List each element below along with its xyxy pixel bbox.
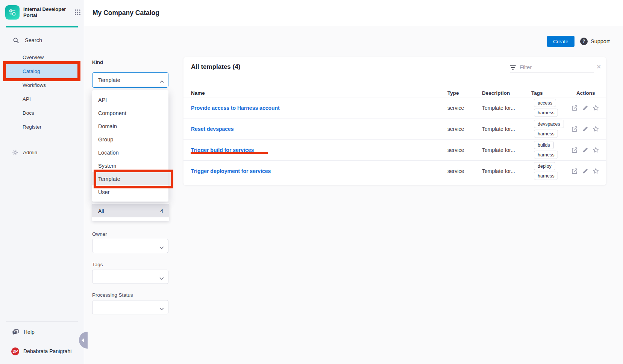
brand-title: Internal Developer Portal: [23, 6, 71, 19]
table-row: Trigger deployment for services service …: [183, 160, 606, 181]
tag-chip: deploy: [534, 162, 555, 170]
kind-option-system[interactable]: System: [92, 159, 168, 172]
brand-underline: [6, 26, 78, 27]
sidebar-search[interactable]: Search: [13, 35, 42, 46]
kind-option-location[interactable]: Location: [92, 146, 168, 159]
create-button[interactable]: Create: [547, 36, 574, 47]
chevron-down-icon: [159, 244, 164, 251]
filter-input[interactable]: [520, 64, 594, 70]
gear-icon: [12, 149, 18, 156]
kind-select-value: Template: [92, 77, 120, 83]
idp-logo-icon: [5, 5, 20, 20]
admin-label: Admin: [23, 150, 37, 155]
sidebar: Internal Developer Portal Search Overvie…: [0, 0, 84, 364]
table-filter: [510, 62, 594, 73]
table-title: All templates (4): [191, 63, 240, 71]
owner-label: Owner: [92, 231, 107, 237]
star-icon[interactable]: [593, 168, 599, 174]
description-cell: Template for...: [482, 105, 515, 111]
tag-chip: harness: [534, 130, 558, 138]
sidebar-nav: Overview Catalog Workflows API Docs Regi…: [0, 50, 84, 134]
help-chat-icon: ?: [12, 329, 19, 335]
star-icon[interactable]: [593, 126, 599, 132]
type-cell: service: [447, 147, 464, 153]
kind-option-user[interactable]: User: [92, 185, 168, 199]
star-icon[interactable]: [593, 147, 599, 153]
sidebar-user[interactable]: DP Debabrata Panigrahi: [11, 346, 71, 356]
kind-option-template[interactable]: Template: [92, 172, 168, 185]
sidebar-search-label: Search: [25, 37, 42, 43]
open-in-new-icon[interactable]: [571, 168, 578, 174]
main-content: Create ? Support Kind Template API Compo…: [84, 26, 623, 364]
owner-select[interactable]: [92, 239, 168, 253]
templates-table-card: All templates (4) ✕ Name Type Descriptio…: [183, 57, 606, 185]
template-name-link[interactable]: Provide access to Harness account: [191, 105, 280, 111]
tags-label: Tags: [92, 262, 103, 267]
open-in-new-icon[interactable]: [571, 147, 578, 153]
table-row: Trigger build for services service Templ…: [183, 139, 606, 160]
user-avatar: DP: [11, 347, 19, 355]
tags-select[interactable]: [92, 270, 168, 284]
kind-dropdown-menu: API Component Domain Group Location Syst…: [92, 90, 168, 202]
tag-chip: access: [534, 99, 556, 107]
edit-icon[interactable]: [582, 126, 588, 132]
tags-cell: devspaces harness: [534, 120, 564, 138]
sidebar-item-admin[interactable]: Admin: [12, 147, 37, 158]
support-button[interactable]: ? Support: [580, 36, 610, 47]
tags-cell: access harness: [534, 99, 558, 117]
tag-chip: builds: [534, 141, 554, 149]
sidebar-item-api[interactable]: API: [0, 92, 84, 106]
sidebar-item-register[interactable]: Register: [0, 120, 84, 134]
template-name-link[interactable]: Reset devspaces: [191, 126, 234, 132]
sidebar-help[interactable]: ? Help: [12, 327, 35, 337]
tag-chip: harness: [534, 109, 558, 117]
facet-all-row[interactable]: All 4: [92, 204, 169, 217]
kind-select[interactable]: Template: [92, 72, 168, 88]
kind-label: Kind: [92, 59, 103, 65]
template-name-link[interactable]: Trigger build for services: [191, 147, 254, 153]
processing-status-label: Processing Status: [92, 292, 133, 298]
column-header-actions: Actions: [576, 90, 595, 96]
description-cell: Template for...: [482, 168, 515, 174]
chevron-down-icon: [159, 275, 164, 282]
table-row: Provide access to Harness account servic…: [183, 97, 606, 118]
type-cell: service: [447, 105, 464, 111]
star-icon[interactable]: [593, 105, 599, 111]
kind-option-api[interactable]: API: [92, 93, 168, 106]
filter-icon: [510, 65, 516, 70]
tag-chip: harness: [534, 151, 558, 159]
type-cell: service: [447, 168, 464, 174]
template-name-link[interactable]: Trigger deployment for services: [191, 168, 271, 174]
brand: Internal Developer Portal: [5, 5, 81, 20]
column-header-type: Type: [447, 90, 459, 96]
sidebar-item-workflows[interactable]: Workflows: [0, 78, 84, 92]
search-icon: [13, 37, 19, 44]
edit-icon[interactable]: [582, 105, 588, 111]
facet-all-label: All: [98, 208, 104, 214]
kind-option-domain[interactable]: Domain: [92, 120, 168, 133]
kind-option-group[interactable]: Group: [92, 133, 168, 146]
question-circle-icon: ?: [580, 38, 588, 45]
user-name: Debabrata Panigrahi: [23, 348, 71, 354]
edit-icon[interactable]: [582, 147, 588, 153]
kind-option-component[interactable]: Component: [92, 106, 168, 120]
processing-status-select[interactable]: [92, 300, 168, 314]
actions-cell: [571, 168, 599, 174]
edit-icon[interactable]: [582, 168, 588, 174]
module-grid-icon[interactable]: [74, 9, 81, 17]
chevron-up-icon: [160, 78, 164, 85]
sidebar-item-overview[interactable]: Overview: [0, 50, 84, 64]
page-title: My Company Catalog: [92, 9, 159, 17]
column-header-name: Name: [191, 90, 205, 96]
description-cell: Template for...: [482, 147, 515, 153]
description-cell: Template for...: [482, 126, 515, 132]
open-in-new-icon[interactable]: [571, 105, 578, 111]
clear-filter-icon[interactable]: ✕: [596, 63, 601, 70]
sidebar-item-catalog[interactable]: Catalog: [6, 64, 78, 78]
tag-chip: devspaces: [534, 120, 564, 128]
svg-text:?: ?: [14, 331, 16, 334]
actions-cell: [571, 105, 599, 111]
open-in-new-icon[interactable]: [571, 126, 578, 132]
sidebar-item-docs[interactable]: Docs: [0, 106, 84, 120]
facet-all-count: 4: [160, 208, 163, 214]
